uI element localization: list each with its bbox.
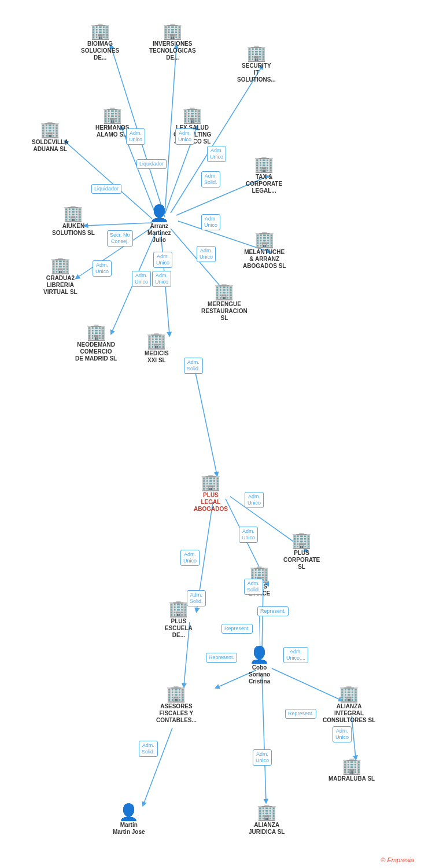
building-icon: 🏢 — [102, 107, 123, 123]
building-icon: 🏢 — [168, 601, 189, 617]
badge-liquidador-1: Liquidador — [136, 159, 167, 169]
node-label: ASESORES FISCALES Y CONTABLES... — [156, 703, 197, 724]
node-label: PLUS LEGAL ABOGADOS — [194, 492, 228, 513]
svg-line-13 — [194, 365, 217, 475]
building-icon: 🏢 — [40, 122, 60, 138]
badge-adm-unico-14: Adm.Unico — [253, 749, 272, 766]
person-icon: 👤 — [149, 205, 169, 222]
node-plus-corporate[interactable]: 🏢 PLUS CORPORATE SL — [283, 532, 320, 571]
copyright-text: Empresia — [387, 856, 414, 863]
building-icon: 🏢 — [166, 686, 186, 702]
node-madraluba[interactable]: 🏢 MADRALUBA SL — [328, 758, 375, 782]
building-icon: 🏢 — [257, 804, 277, 821]
svg-line-23 — [262, 589, 263, 651]
badge-represent-1: Represent. — [257, 606, 289, 616]
badge-adm-unico-2: Adm.Unico — [175, 128, 194, 145]
node-melantuche[interactable]: 🏢 MELANTUCHE & ARRANZ ABOGADOS SL — [243, 231, 286, 270]
building-icon: 🏢 — [339, 686, 359, 702]
badge-adm-solid-3: Adm.Solid. — [187, 590, 206, 606]
node-alianza-integral[interactable]: 🏢 ALIANZA INTEGRAL CONSULTORES SL — [323, 686, 375, 724]
person-icon: 👤 — [249, 647, 269, 663]
node-label: SOLDEVILLA ADUANA SL — [32, 139, 68, 153]
building-icon-red: 🏢 — [201, 475, 221, 491]
node-label: MERENGUE RESTAURACION SL — [201, 301, 248, 322]
node-arranz[interactable]: 👤 Arranz Martinez Julio — [147, 205, 171, 244]
badge-adm-solid-2: Adm.Solid. — [184, 358, 203, 374]
node-label: MEDICIS XXI SL — [145, 350, 169, 364]
badge-adm-unico-7: Adm.Unico — [152, 271, 171, 287]
badge-adm-solid-1: Adm.Solid. — [201, 171, 220, 187]
node-medicis[interactable]: 🏢 MEDICIS XXI SL — [145, 333, 169, 364]
building-icon: 🏢 — [246, 45, 267, 61]
node-label: SECURITY IT SOLUTIONS... — [237, 62, 276, 83]
graph-container: 🏢 BIOIMAG SOLUCIONES DE... 🏢 INVERSIONES… — [0, 0, 421, 868]
node-aiuken[interactable]: 🏢 AIUKEN SOLUTIONS SL — [52, 205, 95, 237]
node-tax[interactable]: 🏢 TAX & CORPORATE LEGAL... — [246, 156, 282, 194]
svg-line-21 — [262, 676, 266, 801]
building-icon: 🏢 — [291, 532, 312, 549]
node-security[interactable]: 🏢 SECURITY IT SOLUTIONS... — [237, 45, 276, 83]
badge-adm-unico-3: Adm.Unico — [207, 146, 226, 162]
badge-adm-unico-4: Adm.Unico — [201, 214, 220, 230]
node-label: Cobo Soriano Cristina — [249, 664, 270, 685]
badge-represent-2: Represent. — [221, 624, 253, 634]
building-icon: 🏢 — [50, 258, 71, 274]
node-cobo[interactable]: 👤 Cobo Soriano Cristina — [249, 647, 270, 685]
badge-adm-unico-cobo: Adm.Unico,... — [283, 647, 308, 663]
badge-liquidador-2: Liquidador — [91, 184, 121, 194]
node-martin[interactable]: 👤 Martin Martin Jose — [113, 804, 145, 836]
node-label: TAX & CORPORATE LEGAL... — [246, 174, 282, 194]
copyright: © Empresia — [381, 856, 414, 863]
badge-represent-3: Represent. — [206, 653, 237, 663]
badge-adm-unico-5: Adm.Unico — [93, 260, 112, 277]
badge-secr: Secr. NoConsej. — [107, 230, 133, 247]
node-label: NEODEMAND COMERCIO DE MADRID SL — [75, 341, 117, 362]
node-label: ALIANZA INTEGRAL CONSULTORES SL — [323, 703, 375, 724]
badge-adm-unico-11: Adm.Unico — [239, 527, 258, 543]
node-neodemand[interactable]: 🏢 NEODEMAND COMERCIO DE MADRID SL — [75, 324, 117, 362]
badge-adm-unico-12: Adm.Unico — [180, 550, 200, 566]
node-soldevilla[interactable]: 🏢 SOLDEVILLA ADUANA SL — [32, 122, 68, 153]
building-icon: 🏢 — [254, 231, 275, 248]
node-label: BIOIMAG SOLUCIONES DE... — [81, 41, 119, 61]
node-hermanos[interactable]: 🏢 HERMANOS ALAMO S... — [95, 107, 129, 138]
svg-line-7 — [86, 223, 152, 226]
node-alianza-juridica[interactable]: 🏢 ALIANZA JURIDICA SL — [249, 804, 285, 836]
building-icon: 🏢 — [163, 23, 183, 39]
node-asesores[interactable]: 🏢 ASESORES FISCALES Y CONTABLES... — [156, 686, 197, 724]
building-icon: 🏢 — [182, 107, 202, 123]
badge-adm-unico-9: Adm.Unico — [153, 252, 172, 268]
node-gradua2[interactable]: 🏢 GRADUA2 LIBRERIA VIRTUAL SL — [43, 258, 77, 296]
badge-adm-unico-1: Adm.Unico — [126, 128, 145, 145]
node-label: Martin Martin Jose — [113, 822, 145, 836]
node-label: MELANTUCHE & ARRANZ ABOGADOS SL — [243, 249, 286, 270]
node-label: HERMANOS ALAMO S... — [95, 124, 129, 138]
node-label: AIUKEN SOLUTIONS SL — [52, 223, 95, 237]
person-icon: 👤 — [119, 804, 139, 821]
node-plus-legal[interactable]: 🏢 PLUS LEGAL ABOGADOS — [194, 475, 228, 513]
building-icon: 🏢 — [146, 333, 167, 349]
badge-adm-unico-10: Adm.Unico — [245, 492, 264, 508]
node-label: Arranz Martinez Julio — [147, 223, 171, 244]
building-icon: 🏢 — [90, 23, 110, 39]
badge-adm-solid-4: Adm.Solid. — [244, 579, 263, 595]
svg-line-22 — [143, 728, 172, 804]
node-label: MADRALUBA SL — [328, 775, 375, 782]
building-icon: 🏢 — [86, 324, 106, 340]
badge-represent-4: Represent. — [285, 709, 316, 719]
node-bioimag[interactable]: 🏢 BIOIMAG SOLUCIONES DE... — [81, 23, 119, 61]
node-inversiones[interactable]: 🏢 INVERSIONES TECNOLOGICAS DE... — [149, 23, 196, 61]
badge-adm-solid-5: Adm.Solid. — [139, 741, 158, 757]
node-label: PLUS CORPORATE SL — [283, 550, 320, 571]
node-label: PLUS ESCUELA DE... — [165, 618, 193, 639]
building-icon: 🏢 — [214, 284, 234, 300]
node-plus-escuela[interactable]: 🏢 PLUS ESCUELA DE... — [165, 601, 193, 639]
building-icon: 🏢 — [63, 205, 83, 222]
copyright-symbol: © — [381, 856, 385, 863]
node-label: ALIANZA JURIDICA SL — [249, 822, 285, 836]
badge-adm-unico-13: Adm.Unico — [333, 726, 352, 742]
building-icon: 🏢 — [342, 758, 362, 774]
badge-adm-unico-6: Adm.Unico — [132, 271, 151, 287]
node-merengue[interactable]: 🏢 MERENGUE RESTAURACION SL — [201, 284, 248, 322]
badge-adm-unico-8: Adm.Unico — [197, 246, 216, 262]
